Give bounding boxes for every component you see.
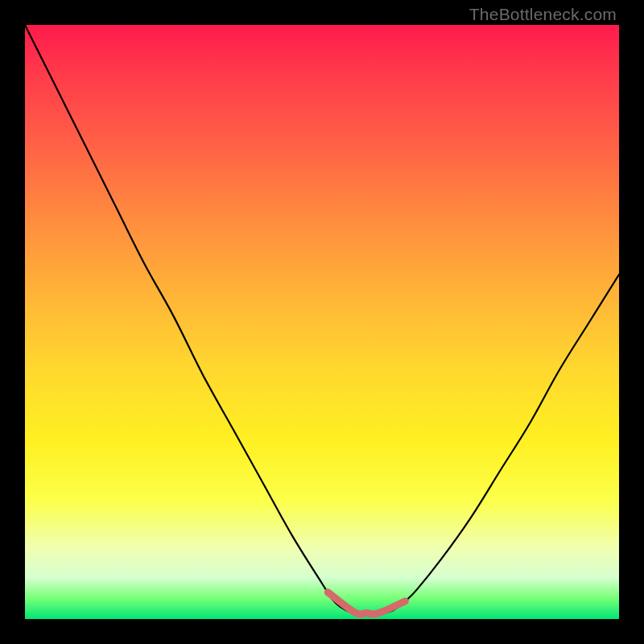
attribution-text: TheBottleneck.com <box>469 5 617 24</box>
plot-area <box>25 25 619 619</box>
main-curve <box>25 25 619 613</box>
chart-frame: TheBottleneck.com <box>0 0 644 644</box>
chart-svg <box>25 25 619 619</box>
